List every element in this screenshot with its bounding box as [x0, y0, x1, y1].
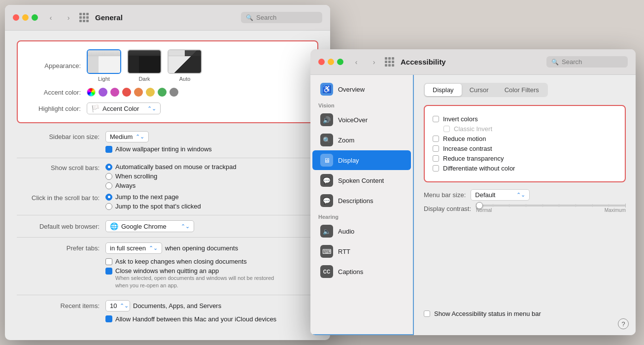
accessibility-help-button[interactable]: ? — [618, 318, 629, 329]
sidebar-item-rtt[interactable]: ⌨ RTT — [312, 242, 411, 261]
sidebar-item-display[interactable]: 🖥 Display — [312, 150, 411, 170]
back-button[interactable]: ‹ — [46, 13, 56, 23]
close-windows-row: Close windows when quitting an app When … — [105, 267, 318, 290]
reduce-motion-checkbox[interactable] — [433, 136, 439, 142]
contrast-slider-labels: Normal Maximum — [476, 207, 626, 213]
acc-minimize-button[interactable] — [328, 59, 334, 65]
highlight-flag-icon: 🏳️ — [91, 104, 100, 112]
accessibility-search[interactable]: 🔍 — [546, 56, 628, 68]
accent-multicolor[interactable] — [87, 88, 96, 97]
overview-icon: ♿ — [320, 83, 333, 96]
fullscreen-button[interactable] — [32, 14, 38, 21]
accent-graphite[interactable] — [169, 88, 178, 97]
general-search-input[interactable] — [256, 14, 317, 21]
tab-cursor[interactable]: Cursor — [462, 84, 497, 96]
accessibility-titlebar: ‹ › Accessibility 🔍 — [310, 49, 636, 75]
display-options-section: Invert colors Classic Invert Reduce moti… — [424, 105, 626, 182]
scroll-always-radio[interactable] — [105, 182, 112, 189]
contrast-slider-thumb[interactable] — [476, 202, 483, 209]
menu-bar-size-dropdown[interactable]: Default ⌃⌄ — [471, 189, 530, 201]
sidebar-item-audio[interactable]: 🔈 Audio — [312, 221, 411, 241]
sidebar-item-captions-label: Captions — [338, 268, 363, 276]
accessibility-main: Display Cursor Color Filters Invert colo… — [414, 75, 636, 335]
appearance-light[interactable]: Light — [87, 49, 121, 82]
dropdown-arrow-icon: ⌃⌄ — [147, 105, 156, 112]
appearance-section: Appearance: Light — [17, 40, 318, 123]
sidebar-item-captions[interactable]: CC Captions — [312, 262, 411, 281]
wallpaper-tinting-row: Allow wallpaper tinting in windows — [105, 145, 318, 153]
browser-dropdown[interactable]: 🌐 Google Chrome ⌃⌄ — [105, 220, 194, 232]
scroll-auto-option[interactable]: Automatically based on mouse or trackpad — [105, 163, 237, 171]
invert-colors-checkbox[interactable] — [433, 116, 439, 122]
increase-contrast-checkbox[interactable] — [433, 145, 439, 152]
ask-keep-checkbox[interactable] — [105, 258, 112, 265]
jump-next-radio[interactable] — [105, 194, 112, 201]
minimize-button[interactable] — [22, 14, 29, 21]
highlight-color-dropdown[interactable]: 🏳️ Accent Color ⌃⌄ — [87, 103, 161, 114]
jump-spot-option[interactable]: Jump to the spot that's clicked — [105, 203, 201, 210]
acc-fullscreen-button[interactable] — [337, 59, 343, 65]
close-button[interactable] — [13, 14, 19, 21]
scroll-always-option[interactable]: Always — [105, 182, 237, 189]
menu-bar-size-label: Menu bar size: — [424, 191, 466, 199]
grid-icon[interactable] — [79, 13, 89, 23]
acc-close-button[interactable] — [318, 59, 325, 65]
appearance-light-label: Light — [98, 76, 110, 82]
accent-purple[interactable] — [99, 88, 107, 97]
accent-green[interactable] — [158, 88, 167, 97]
classic-invert-checkbox[interactable] — [443, 126, 450, 132]
general-search[interactable]: 🔍 — [241, 12, 322, 23]
tab-display[interactable]: Display — [425, 84, 462, 96]
acc-forward-button[interactable]: › — [369, 57, 379, 67]
prefer-tabs-dropdown[interactable]: in full screen ⌃⌄ — [105, 242, 162, 254]
scroll-scrolling-option[interactable]: When scrolling — [105, 172, 237, 180]
recent-items-value: 10 — [110, 302, 117, 310]
scroll-auto-label: Automatically based on mouse or trackpad — [115, 163, 237, 171]
recent-items-dropdown[interactable]: 10 ⌃⌄ — [105, 300, 130, 311]
sidebar-item-voiceover[interactable]: 🔊 VoiceOver — [312, 110, 411, 130]
recent-items-arrow: ⌃⌄ — [120, 303, 129, 309]
wallpaper-tinting-checkbox[interactable] — [105, 146, 112, 153]
differentiate-checkbox[interactable] — [433, 165, 439, 172]
jump-next-option[interactable]: Jump to the next page — [105, 193, 201, 201]
scroll-scrolling-radio[interactable] — [105, 173, 112, 180]
display-contrast-label: Display contrast: — [424, 205, 471, 212]
sidebar-item-overview[interactable]: ♿ Overview — [312, 79, 411, 99]
appearance-auto[interactable]: Auto — [168, 49, 202, 82]
acc-search-icon: 🔍 — [551, 59, 559, 66]
general-window: ‹ › General 🔍 Appearance: — [5, 5, 330, 340]
jump-spot-radio[interactable] — [105, 203, 112, 210]
differentiate-row: Differentiate without color — [433, 165, 617, 172]
accent-red[interactable] — [122, 88, 131, 97]
general-content: Appearance: Light — [5, 31, 330, 340]
accent-yellow[interactable] — [146, 88, 155, 97]
acc-grid-icon[interactable] — [385, 57, 395, 67]
scroll-auto-radio[interactable] — [105, 164, 112, 171]
highlight-color-label: Highlight color: — [28, 105, 87, 112]
classic-invert-row: Classic Invert — [443, 125, 617, 133]
sidebar-icon-size-dropdown[interactable]: Medium ⌃⌄ — [105, 131, 149, 142]
close-windows-checkbox[interactable] — [105, 268, 112, 275]
accessibility-search-input[interactable] — [562, 58, 623, 66]
accent-orange[interactable] — [134, 88, 143, 97]
reduce-transparency-checkbox[interactable] — [433, 155, 439, 162]
forward-button[interactable]: › — [64, 13, 73, 23]
invert-colors-row: Invert colors — [433, 115, 617, 123]
reduce-motion-label: Reduce motion — [443, 135, 486, 142]
sidebar-item-zoom[interactable]: 🔍 Zoom — [312, 130, 411, 150]
reduce-transparency-row: Reduce transparency — [433, 155, 617, 162]
contrast-slider-track[interactable] — [476, 205, 626, 207]
tab-color-filters[interactable]: Color Filters — [497, 84, 547, 96]
accent-pink[interactable] — [110, 88, 119, 97]
jump-spot-label: Jump to the spot that's clicked — [115, 203, 201, 210]
handoff-checkbox[interactable] — [105, 315, 112, 322]
menu-bar-dropdown-arrow: ⌃⌄ — [516, 192, 525, 198]
show-status-checkbox[interactable] — [424, 310, 430, 317]
close-windows-option: Close windows when quitting an app — [105, 267, 318, 275]
ask-keep-row: Ask to keep changes when closing documen… — [105, 258, 318, 265]
appearance-dark[interactable]: Dark — [127, 49, 162, 82]
sidebar-item-descriptions[interactable]: 💬 Descriptions — [312, 191, 411, 210]
sidebar-item-spoken[interactable]: 💬 Spoken Content — [312, 171, 411, 190]
acc-back-button[interactable]: ‹ — [351, 57, 361, 67]
vision-header: Vision — [310, 100, 413, 109]
